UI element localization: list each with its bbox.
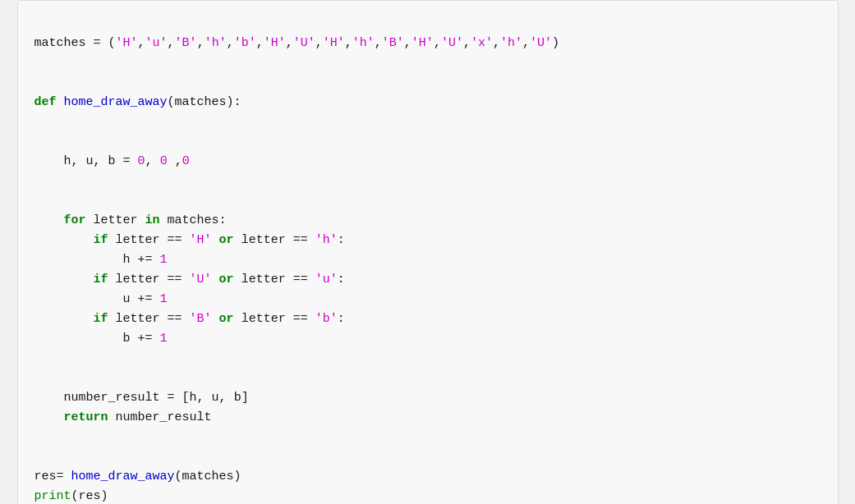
code-editor: matches = ('H','u','B','h','b','H','U','…	[17, 0, 839, 504]
line-h-inc: h += 1	[34, 253, 168, 267]
line-matches-assign: matches = ('H','u','B','h','b','H','U','…	[34, 36, 560, 50]
line-u-inc: u += 1	[34, 292, 168, 306]
line-return: return number_result	[34, 410, 212, 424]
line-print: print(res)	[34, 489, 108, 503]
line-def: def home_draw_away(matches):	[34, 95, 241, 109]
line-if-u: if letter == 'U' or letter == 'u':	[34, 273, 345, 286]
code-content: matches = ('H','u','B','h','b','H','U','…	[34, 14, 821, 504]
line-init: h, u, b = 0, 0 ,0	[34, 154, 190, 168]
line-for: for letter in matches:	[34, 213, 227, 227]
line-if-b: if letter == 'B' or letter == 'b':	[34, 312, 345, 326]
line-if-h: if letter == 'H' or letter == 'h':	[34, 233, 345, 247]
line-number-result: number_result = [h, u, b]	[34, 391, 249, 405]
line-res-call: res= home_draw_away(matches)	[34, 470, 241, 483]
line-b-inc: b += 1	[34, 332, 168, 346]
